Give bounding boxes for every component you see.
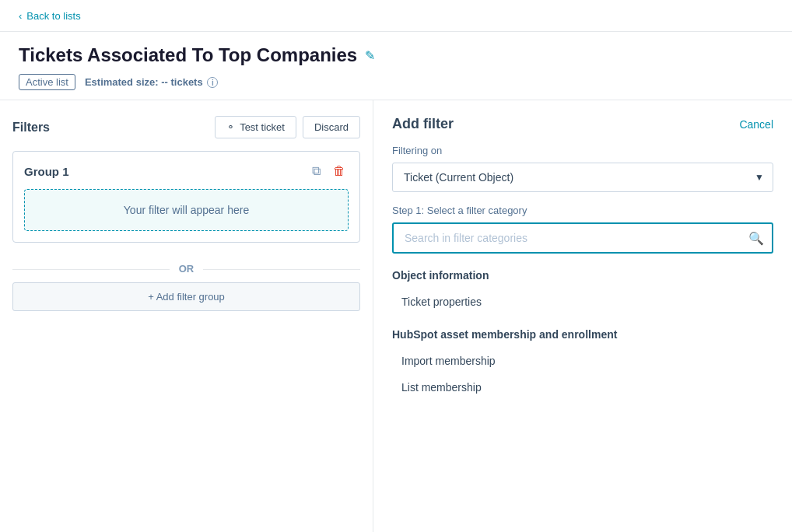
left-panel: Filters ⚬ Test ticket Discard Group 1 ⧉ [0,100,373,532]
category-section-object-info: Object information Ticket properties [392,269,773,314]
add-filter-header: Add filter Cancel [392,116,773,132]
title-row: Tickets Associated To Top Companies ✎ [19,44,773,66]
filter-object-select-wrapper: Ticket (Current Object) ▼ [392,163,773,192]
test-ticket-button[interactable]: ⚬ Test ticket [215,116,296,138]
category-heading-object-info: Object information [392,269,773,282]
cancel-button[interactable]: Cancel [739,118,773,131]
back-to-lists-link[interactable]: ‹ Back to lists [19,10,81,22]
add-filter-group-button[interactable]: + Add filter group [12,282,360,311]
category-section-hubspot-asset: HubSpot asset membership and enrollment … [392,328,773,400]
page-container: ‹ Back to lists Tickets Associated To To… [0,0,792,532]
group-actions: ⧉ 🗑 [309,163,349,180]
filtering-on-label: Filtering on [392,145,773,156]
page-title: Tickets Associated To Top Companies [19,44,357,66]
filters-header: Filters ⚬ Test ticket Discard [12,116,360,138]
right-panel: Add filter Cancel Filtering on Ticket (C… [373,100,792,532]
category-item-list-membership[interactable]: List membership [392,375,773,400]
delete-group-button[interactable]: 🗑 [330,163,349,180]
estimated-size: Estimated size: -- tickets i [85,76,218,89]
edit-icon[interactable]: ✎ [365,48,375,63]
group-title: Group 1 [24,165,69,178]
filters-title: Filters [12,121,50,135]
estimated-value: -- [161,76,168,88]
filter-placeholder: Your filter will appear here [24,189,349,231]
search-wrapper: 🔍 [392,222,773,254]
estimated-label: Estimated size: [85,76,159,88]
discard-button[interactable]: Discard [303,116,360,138]
group-box: Group 1 ⧉ 🗑 Your filter will appear here [12,151,360,243]
meta-row: Active list Estimated size: -- tickets i [19,74,773,90]
trash-icon: 🗑 [333,164,345,177]
or-divider: OR [12,263,360,275]
estimated-unit: tickets [170,76,202,88]
info-icon[interactable]: i [207,77,218,88]
category-item-import-membership[interactable]: Import membership [392,348,773,373]
category-item-ticket-properties[interactable]: Ticket properties [392,289,773,314]
main-content: Filters ⚬ Test ticket Discard Group 1 ⧉ [0,100,792,532]
filter-object-select[interactable]: Ticket (Current Object) [392,163,773,192]
chevron-left-icon: ‹ [19,10,22,22]
active-list-badge: Active list [19,74,75,90]
test-ticket-label: Test ticket [240,121,285,133]
category-heading-hubspot-asset: HubSpot asset membership and enrollment [392,328,773,341]
copy-group-button[interactable]: ⧉ [309,163,324,180]
page-header: Tickets Associated To Top Companies ✎ Ac… [0,32,792,100]
copy-icon: ⧉ [312,164,321,177]
back-to-lists-label: Back to lists [26,10,80,22]
user-icon: ⚬ [226,121,235,133]
group-header: Group 1 ⧉ 🗑 [24,163,349,180]
or-label: OR [170,263,204,275]
add-filter-title: Add filter [392,116,454,132]
search-filter-input[interactable] [392,222,773,254]
top-nav: ‹ Back to lists [0,0,792,32]
filters-actions: ⚬ Test ticket Discard [215,116,360,138]
step-label: Step 1: Select a filter category [392,205,773,216]
